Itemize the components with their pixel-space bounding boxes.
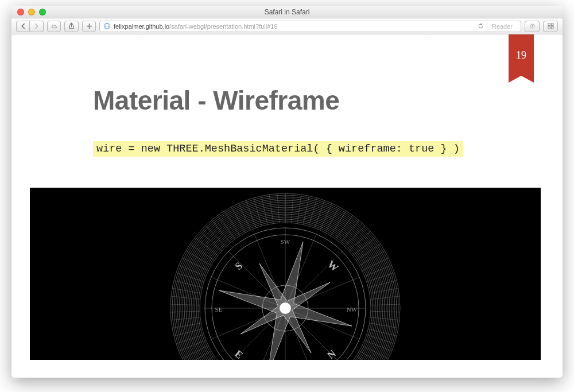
- slide-number: 19: [516, 49, 526, 61]
- add-bookmark-button[interactable]: [82, 21, 96, 32]
- grid-icon: [548, 23, 554, 29]
- toolbar: felixpalmer.github.io/safari-webgl/prese…: [11, 18, 563, 34]
- svg-text:W: W: [325, 258, 341, 274]
- svg-text:S: S: [232, 260, 245, 273]
- cloud-icon: [51, 23, 57, 29]
- close-window-button[interactable]: [17, 9, 24, 15]
- minimize-window-button[interactable]: [28, 9, 35, 15]
- forward-button[interactable]: [30, 21, 44, 32]
- chevron-right-icon: [33, 23, 40, 29]
- title-bar: Safari in Safari: [11, 6, 563, 18]
- slide-body: Material - Wireframe wire = new THREE.Me…: [11, 34, 563, 360]
- browser-window: Safari in Safari felixpalmer.github.io/s…: [11, 6, 563, 378]
- url-host: felixpalmer.github.io/safari-webgl/prese…: [114, 23, 278, 30]
- svg-text:NW: NW: [347, 306, 358, 313]
- svg-text:SW: SW: [281, 238, 290, 245]
- downloads-button[interactable]: [525, 21, 540, 32]
- globe-icon: [103, 22, 111, 30]
- svg-point-37: [280, 302, 291, 314]
- svg-text:SE: SE: [215, 306, 223, 313]
- traffic-lights: [17, 9, 46, 15]
- icloud-tabs-button[interactable]: [47, 21, 61, 32]
- code-snippet: wire = new THREE.MeshBasicMaterial( { wi…: [93, 141, 463, 157]
- compass-wireframe-icon: S W N E SW NW NE SE: [165, 188, 406, 360]
- chevron-left-icon: [20, 23, 26, 29]
- svg-text:E: E: [232, 348, 245, 360]
- svg-rect-4: [548, 26, 550, 29]
- tabs-overview-button[interactable]: [543, 21, 558, 32]
- refresh-icon[interactable]: [478, 23, 484, 29]
- slide-title: Material - Wireframe: [93, 85, 499, 116]
- slide-number-ribbon: 19: [509, 34, 534, 76]
- page-content: 19 Material - Wireframe wire = new THREE…: [11, 34, 563, 378]
- window-title: Safari in Safari: [11, 8, 563, 16]
- svg-text:N: N: [325, 348, 338, 360]
- share-button[interactable]: [64, 21, 79, 32]
- plus-icon: [86, 23, 92, 29]
- share-icon: [68, 22, 75, 30]
- url-path: /safari-webgl/presentation.html?full#19: [169, 23, 277, 30]
- back-button[interactable]: [16, 21, 30, 32]
- svg-rect-2: [548, 24, 550, 26]
- nav-buttons: [16, 21, 44, 32]
- zoom-window-button[interactable]: [39, 9, 46, 15]
- reader-button[interactable]: Reader: [487, 22, 517, 30]
- svg-rect-5: [551, 26, 553, 29]
- webgl-canvas[interactable]: S W N E SW NW NE SE: [30, 188, 541, 360]
- svg-rect-3: [551, 24, 553, 26]
- address-bar[interactable]: felixpalmer.github.io/safari-webgl/prese…: [99, 21, 521, 32]
- downloads-icon: [529, 23, 536, 29]
